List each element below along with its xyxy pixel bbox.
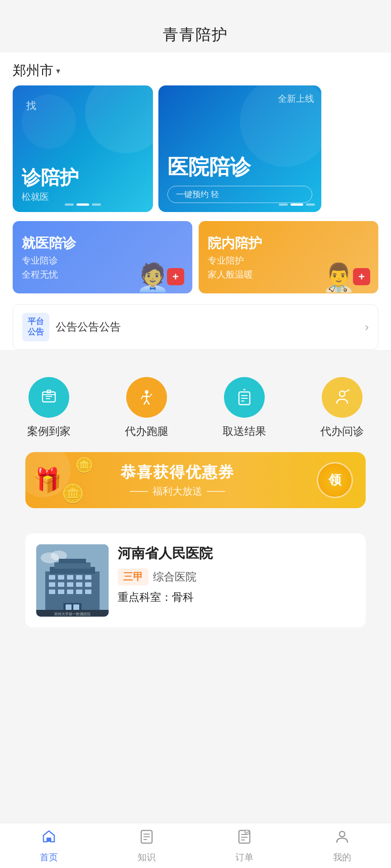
banner-container: 找 诊陪护 松就医 全新上线 医院陪诊 一键预约 轻 — [0, 85, 391, 221]
dot-r2 — [291, 203, 303, 206]
announcement-arrow: › — [365, 320, 369, 334]
banner2-btn[interactable]: 一键预约 轻 — [167, 186, 312, 203]
delivery-icon — [234, 387, 254, 407]
banner1-dots — [65, 203, 101, 206]
svg-rect-38 — [67, 590, 73, 594]
banner-item-1[interactable]: 找 诊陪护 松就医 — [13, 85, 153, 212]
profile-icon — [334, 828, 350, 849]
service-card-medical[interactable]: 就医陪诊 专业陪诊 全程无忧 + 🧑‍💼 — [13, 221, 192, 293]
svg-rect-27 — [58, 575, 64, 580]
svg-line-8 — [144, 400, 147, 405]
coupon-claim-button[interactable]: 领 — [317, 462, 353, 498]
hospital-dept-label: 重点科室： — [118, 591, 172, 603]
case-icon — [39, 387, 59, 407]
banner2-title: 医院陪诊 — [167, 153, 312, 181]
svg-rect-30 — [85, 575, 91, 580]
quick-item-2[interactable]: 代办跑腿 — [125, 377, 168, 439]
banner-item-2[interactable]: 全新上线 医院陪诊 一键预约 轻 — [158, 85, 321, 212]
consult-icon — [332, 387, 352, 407]
nav-label-home: 首页 — [40, 851, 58, 863]
quick-item-4[interactable]: 代办问诊 — [320, 377, 364, 439]
nav-item-knowledge[interactable]: 知识 — [98, 828, 196, 863]
hospital-level-tag: 三甲 — [118, 568, 148, 585]
hospital-section-wrapper: 郑州大学第一附属医院 河南省人民医院 三甲 综合医院 重点科室：骨科 — [0, 533, 391, 722]
svg-point-5 — [145, 390, 148, 394]
redcross-badge-2: + — [353, 268, 370, 285]
nav-label-orders: 订单 — [235, 851, 253, 863]
banner1-sub: 松就医 — [22, 191, 144, 203]
announcement-tag: 平台 公告 — [22, 313, 49, 341]
coupon-section: 🎁 🪙 🪙 恭喜获得优惠券 福利大放送 领 — [0, 452, 391, 533]
svg-rect-40 — [85, 590, 91, 594]
coupon-main-text: 恭喜获得优惠券 — [38, 462, 317, 483]
announcement-bar[interactable]: 平台 公告 公告公告公告 › — [13, 304, 378, 350]
coupon-banner[interactable]: 🎁 🪙 🪙 恭喜获得优惠券 福利大放送 领 — [25, 452, 366, 508]
quick-icon-2[interactable] — [126, 377, 167, 418]
svg-rect-32 — [58, 582, 64, 587]
quick-menu: 案例到家 代办跑腿 取送结果 — [0, 361, 391, 452]
svg-rect-26 — [49, 575, 55, 580]
hospital-card[interactable]: 郑州大学第一附属医院 河南省人民医院 三甲 综合医院 重点科室：骨科 — [25, 533, 366, 627]
quick-label-1: 案例到家 — [27, 424, 71, 439]
svg-rect-35 — [85, 582, 91, 587]
city-name[interactable]: 郑州市 — [13, 61, 53, 80]
coupon-dash-right — [207, 491, 225, 492]
service-cards: 就医陪诊 专业陪诊 全程无忧 + 🧑‍💼 院内陪护 专业陪护 家人般温暖 + 👨… — [0, 221, 391, 304]
svg-rect-25 — [59, 559, 86, 563]
svg-rect-24 — [54, 562, 91, 569]
hospital-name: 河南省人民医院 — [118, 544, 355, 563]
city-dropdown-arrow[interactable]: ▾ — [56, 66, 60, 76]
svg-rect-37 — [58, 590, 64, 594]
dot-r1 — [279, 203, 288, 206]
coupon-text-block: 恭喜获得优惠券 福利大放送 — [38, 462, 317, 498]
quick-icon-1[interactable] — [29, 377, 69, 418]
svg-rect-29 — [76, 575, 82, 580]
quick-icon-4[interactable] — [322, 377, 362, 418]
coupon-sub-row: 福利大放送 — [38, 485, 317, 498]
bottom-nav: 首页 知识 订单 — [0, 823, 391, 868]
banner2-dots — [279, 203, 315, 206]
svg-point-16 — [339, 391, 345, 396]
quick-label-2: 代办跑腿 — [125, 424, 168, 439]
dot-2 — [76, 203, 89, 206]
quick-item-1[interactable]: 案例到家 — [27, 377, 71, 439]
main-content: 郑州市 ▾ 找 诊陪护 松就医 全新上线 医院陪诊 一 — [0, 52, 391, 350]
status-bar — [0, 0, 391, 20]
svg-rect-33 — [67, 582, 73, 587]
hospital-image: 郑州大学第一附属医院 — [36, 544, 109, 617]
service-card-hospital[interactable]: 院内陪护 专业陪护 家人般温暖 + 👨‍⚕️ — [199, 221, 378, 293]
errand-icon — [137, 387, 157, 407]
service-card-1-figure: 🧑‍💼 — [136, 261, 170, 293]
orders-icon — [236, 828, 253, 849]
coupon-dash-left — [130, 491, 148, 492]
quick-item-3[interactable]: 取送结果 — [223, 377, 266, 439]
nav-label-mine: 我的 — [333, 851, 351, 863]
banner-wrapper: 找 诊陪护 松就医 全新上线 医院陪诊 一键预约 轻 — [13, 85, 378, 212]
dot-1 — [65, 203, 74, 206]
city-selector[interactable]: 郑州市 ▾ — [0, 52, 391, 85]
svg-point-18 — [348, 389, 349, 391]
svg-line-9 — [147, 400, 149, 405]
app-header: 青青陪护 — [0, 20, 391, 52]
nav-item-orders[interactable]: 订单 — [196, 828, 293, 863]
nav-item-home[interactable]: 首页 — [0, 828, 98, 863]
quick-label-3: 取送结果 — [223, 424, 266, 439]
hospital-info: 河南省人民医院 三甲 综合医院 重点科室：骨科 — [118, 544, 355, 604]
announcement-tag-line2: 公告 — [28, 327, 44, 337]
knowledge-icon — [138, 828, 155, 849]
hospital-building-svg: 郑州大学第一附属医院 — [36, 544, 109, 617]
nav-item-mine[interactable]: 我的 — [293, 828, 391, 863]
quick-icon-3[interactable] — [224, 377, 265, 418]
svg-rect-31 — [49, 582, 55, 587]
nav-label-knowledge: 知识 — [138, 851, 156, 863]
hospital-type: 综合医院 — [153, 570, 196, 584]
svg-rect-28 — [67, 575, 73, 580]
dot-r3 — [306, 203, 315, 206]
banner1-prefix: 找 — [26, 99, 36, 113]
coupon-sub-text: 福利大放送 — [153, 485, 202, 498]
dot-3 — [92, 203, 101, 206]
app-title: 青青陪护 — [0, 24, 391, 45]
hospital-dept-value: 骨科 — [172, 591, 194, 603]
svg-text:郑州大学第一附属医院: 郑州大学第一附属医院 — [54, 612, 91, 616]
service-card-1-title: 就医陪诊 — [22, 234, 183, 253]
